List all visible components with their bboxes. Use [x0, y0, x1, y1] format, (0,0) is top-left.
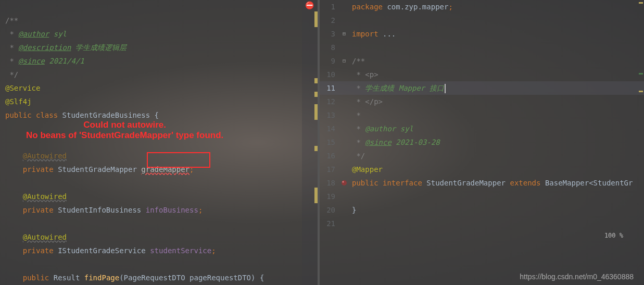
- error-line-2: No beans of 'StudentGradeMapper' type fo…: [26, 130, 223, 141]
- code-text: public Result findPage(PageRequestDTO pa…: [0, 271, 302, 284]
- gutter-cell[interactable]: [339, 108, 349, 122]
- code-line[interactable]: @Autowired: [0, 190, 302, 203]
- gutter-cell[interactable]: [339, 0, 349, 14]
- error-tooltip: Could not autowire. No beans of 'Student…: [26, 120, 223, 140]
- code-line[interactable]: 2: [320, 14, 644, 27]
- gutter-cell[interactable]: [339, 14, 349, 27]
- gutter-cell[interactable]: [339, 203, 349, 217]
- gutter-cell[interactable]: [339, 95, 349, 108]
- error-gutter-icon: ⛔: [305, 1, 314, 9]
- code-line[interactable]: * @description 学生成绩逻辑层: [0, 41, 302, 54]
- code-line[interactable]: @Slf4j: [0, 95, 302, 108]
- fold-expand-icon[interactable]: ⊞: [343, 27, 346, 41]
- code-line[interactable]: */: [0, 68, 302, 81]
- fold-collapse-icon[interactable]: ⊟: [343, 54, 346, 68]
- code-line[interactable]: [0, 176, 302, 190]
- line-number: 17: [320, 163, 339, 176]
- breakpoint-icon[interactable]: [341, 180, 347, 186]
- code-line[interactable]: 12 * </p>: [320, 95, 644, 108]
- code-line[interactable]: 19: [320, 190, 644, 203]
- right-editor-pane[interactable]: 1package com.zyp.mapper;2 3⊞import ...8 …: [320, 0, 644, 285]
- code-line[interactable]: @Service: [0, 81, 302, 95]
- code-line[interactable]: private IStudentGradeService studentServ…: [0, 244, 302, 257]
- code-text: *: [349, 108, 644, 122]
- code-text: private IStudentGradeService studentServ…: [0, 244, 302, 257]
- gutter-cell[interactable]: [339, 149, 349, 163]
- right-code-area[interactable]: 1package com.zyp.mapper;2 3⊞import ...8 …: [320, 0, 644, 230]
- watermark-text: https://blog.csdn.net/m0_46360888: [520, 272, 634, 281]
- line-number: 12: [320, 95, 339, 108]
- code-line[interactable]: 8: [320, 41, 644, 54]
- code-text: * @author syl: [0, 27, 302, 41]
- code-text: * @since 2021/4/1: [0, 54, 302, 68]
- code-text: /**: [0, 14, 302, 27]
- line-number: 21: [320, 217, 339, 230]
- code-line[interactable]: 9⊟/**: [320, 54, 644, 68]
- line-number: 10: [320, 68, 339, 81]
- gutter-cell[interactable]: ⊟: [339, 54, 349, 68]
- line-number: 9: [320, 54, 339, 68]
- code-line[interactable]: * @since 2021/4/1: [0, 54, 302, 68]
- code-line[interactable]: 11 * 学生成绩 Mapper 接口: [320, 81, 644, 95]
- gutter-cell[interactable]: [339, 68, 349, 81]
- code-line[interactable]: 15 * @since 2021-03-28: [320, 135, 644, 149]
- line-number: 1: [320, 0, 339, 14]
- code-text: }: [349, 203, 644, 217]
- gutter-cell[interactable]: [339, 217, 349, 230]
- gutter-cell[interactable]: [339, 122, 349, 135]
- code-line[interactable]: [0, 217, 302, 230]
- code-line[interactable]: [0, 0, 302, 14]
- code-text: public interface StudentGradeMapper exte…: [349, 176, 644, 190]
- code-line[interactable]: /**: [0, 14, 302, 27]
- code-line[interactable]: 10 * <p>: [320, 68, 644, 81]
- line-number: 16: [320, 149, 339, 163]
- code-text: [0, 257, 302, 271]
- error-highlight-box: [147, 152, 210, 168]
- code-line[interactable]: @Autowired: [0, 230, 302, 244]
- svg-point-0: [342, 180, 347, 185]
- code-text: import ...: [349, 27, 644, 41]
- gutter-cell[interactable]: [339, 41, 349, 54]
- line-number: 19: [320, 190, 339, 203]
- code-line[interactable]: 18public interface StudentGradeMapper ex…: [320, 176, 644, 190]
- code-text: @Autowired: [0, 190, 302, 203]
- line-number: 13: [320, 108, 339, 122]
- gutter-cell[interactable]: [339, 135, 349, 149]
- code-text: @Autowired: [0, 230, 302, 244]
- code-text: private StudentInfoBusiness infoBusiness…: [0, 203, 302, 217]
- code-line[interactable]: 3⊞import ...: [320, 27, 644, 41]
- svg-point-1: [343, 181, 344, 183]
- left-code-area[interactable]: /** * @author syl * @description 学生成绩逻辑层…: [0, 0, 302, 285]
- error-line-1: Could not autowire.: [26, 120, 223, 130]
- left-editor-pane[interactable]: /** * @author syl * @description 学生成绩逻辑层…: [0, 0, 302, 285]
- code-line[interactable]: 14 * @author syl: [320, 122, 644, 135]
- code-text: @Service: [0, 81, 302, 95]
- code-text: [0, 0, 302, 14]
- line-number: 15: [320, 135, 339, 149]
- code-text: * </p>: [349, 95, 644, 108]
- gutter-cell[interactable]: [339, 190, 349, 203]
- line-number: 3: [320, 27, 339, 41]
- code-text: */: [349, 149, 644, 163]
- code-line[interactable]: public Result findPage(PageRequestDTO pa…: [0, 271, 302, 284]
- line-number: 11: [320, 81, 339, 95]
- gutter-cell[interactable]: [339, 81, 349, 95]
- line-number: 14: [320, 122, 339, 135]
- code-text: [0, 217, 302, 230]
- code-line[interactable]: 20}: [320, 203, 644, 217]
- code-line[interactable]: [0, 257, 302, 271]
- code-line[interactable]: 21: [320, 217, 644, 230]
- right-minimap[interactable]: [638, 0, 644, 285]
- code-line[interactable]: 13 *: [320, 108, 644, 122]
- gutter-cell[interactable]: [339, 176, 349, 190]
- code-text: * <p>: [349, 68, 644, 81]
- zoom-level: 100 %: [604, 232, 623, 239]
- gutter-cell[interactable]: [339, 163, 349, 176]
- gutter-cell[interactable]: ⊞: [339, 27, 349, 41]
- code-line[interactable]: 16 */: [320, 149, 644, 163]
- code-line[interactable]: 1package com.zyp.mapper;: [320, 0, 644, 14]
- code-line[interactable]: private StudentInfoBusiness infoBusiness…: [0, 203, 302, 217]
- code-line[interactable]: * @author syl: [0, 27, 302, 41]
- code-line[interactable]: 17@Mapper: [320, 163, 644, 176]
- code-text: * @description 学生成绩逻辑层: [0, 41, 302, 54]
